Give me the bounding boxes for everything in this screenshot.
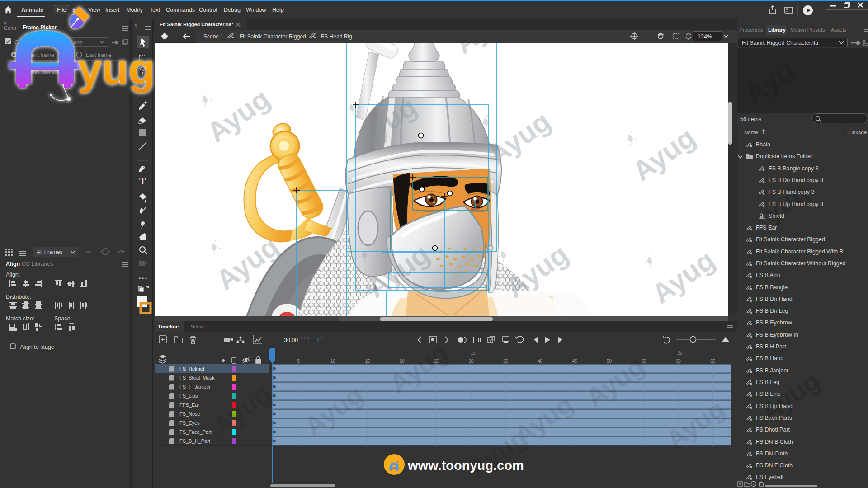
svg-text:55: 55 [641,359,646,364]
svg-text:FS_Nose: FS_Nose [179,411,200,417]
svg-text:FPS: FPS [301,336,309,340]
svg-text:65: 65 [710,359,716,364]
svg-text:FS_B_H_Part: FS_B_H_Part [179,438,210,444]
svg-text:T: T [139,175,146,187]
svg-text:Ayu: Ayu [738,54,801,112]
svg-text:50: 50 [607,359,612,364]
svg-text:F: F [321,336,324,340]
svg-text:10: 10 [330,359,336,364]
svg-text:60: 60 [676,359,681,364]
svg-text:FFS_Ear: FFS_Ear [179,402,199,408]
svg-text:30: 30 [468,359,474,364]
svg-text:35: 35 [503,359,509,364]
svg-text:1s: 1s [471,351,476,356]
svg-text:Scene: Scene [191,324,206,329]
svg-text:45: 45 [572,359,578,364]
svg-text:FS_Face_Part: FS_Face_Part [179,429,212,435]
svg-text:5: 5 [297,359,300,364]
svg-text:Ayug: Ayug [755,365,825,427]
svg-text:FS_F_Janjeer: FS_F_Janjeer [179,384,211,389]
svg-text:30.00: 30.00 [284,337,298,343]
svg-text:15: 15 [365,359,370,364]
svg-text:FS_Eyes: FS_Eyes [179,420,200,426]
svg-text:FS_Helmet: FS_Helmet [179,366,204,371]
svg-text:2s: 2s [677,351,683,356]
svg-text:yug: yug [758,176,813,227]
svg-text:Timeline: Timeline [158,324,179,329]
svg-text:1: 1 [316,337,320,343]
svg-text:40: 40 [538,359,543,364]
svg-text:FS_Lips: FS_Lips [179,393,198,399]
svg-text:FS_Steal_Mask: FS_Steal_Mask [179,375,215,380]
